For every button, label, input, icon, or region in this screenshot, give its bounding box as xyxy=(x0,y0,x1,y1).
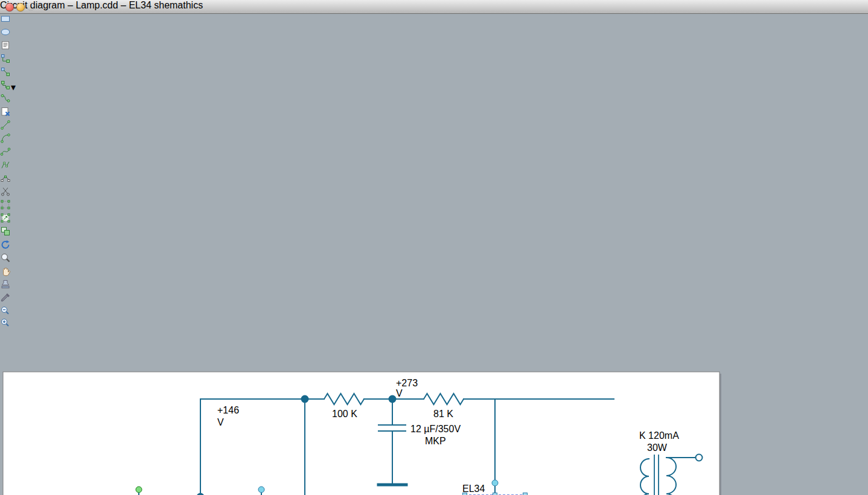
toolbar-group-reshape xyxy=(0,199,868,239)
svg-text:K 120mA: K 120mA xyxy=(639,430,679,441)
tool-rect-tool[interactable] xyxy=(0,13,868,27)
tool-connector-curve[interactable] xyxy=(0,93,868,106)
tool-connector-smart[interactable]: ▾ xyxy=(0,80,868,93)
toolbar-group-view xyxy=(0,239,868,305)
tool-draw-curve[interactable] xyxy=(0,146,868,159)
tool-rotate-view[interactable] xyxy=(0,239,868,252)
tool-split-tool[interactable] xyxy=(0,186,868,199)
tool-reshape-group[interactable] xyxy=(0,226,868,239)
title-bar: Circuit diagram – Lamp.cdd – EL34 shemat… xyxy=(0,0,868,14)
schematic-canvas[interactable]: +273V100 K81 K12 µF/350VMKP+146V12AX7EL3… xyxy=(0,330,730,495)
tool-eyedropper[interactable] xyxy=(0,292,868,305)
main-toolbar: ▾ xyxy=(0,0,868,330)
tool-reshape-select[interactable] xyxy=(0,199,868,212)
window-title: Circuit diagram – Lamp.cdd – EL34 shemat… xyxy=(0,0,868,11)
zoom-window-button[interactable] xyxy=(27,3,34,10)
tool-pan-tool[interactable] xyxy=(0,266,868,279)
tool-ellipse-tool[interactable] xyxy=(0,27,868,40)
zoom-slider[interactable] xyxy=(0,305,868,330)
tool-stamp-tool[interactable] xyxy=(0,279,868,292)
toolbar-group-draw xyxy=(0,120,868,199)
tool-connector-tree[interactable] xyxy=(0,53,868,66)
svg-text:V: V xyxy=(217,417,224,427)
svg-text:+146: +146 xyxy=(217,405,239,415)
tool-edit-nodes[interactable] xyxy=(0,173,868,186)
drawing-page[interactable] xyxy=(3,372,720,495)
svg-text:V: V xyxy=(396,388,403,398)
tool-draw-line[interactable] xyxy=(0,120,868,133)
svg-text:+273: +273 xyxy=(396,378,418,388)
svg-text:MKP: MKP xyxy=(425,436,446,446)
tool-text-block[interactable] xyxy=(0,40,868,53)
tool-delete-connector[interactable] xyxy=(0,106,868,120)
tool-reshape-scale[interactable] xyxy=(0,212,868,226)
close-window-button[interactable] xyxy=(5,3,14,11)
minimize-window-button[interactable] xyxy=(16,3,25,11)
svg-text:81 K: 81 K xyxy=(433,409,453,419)
svg-text:100 K: 100 K xyxy=(332,409,357,419)
zoom-out-icon[interactable] xyxy=(0,305,10,315)
zoom-in-icon[interactable] xyxy=(0,318,10,327)
tool-draw-arc[interactable] xyxy=(0,133,868,146)
toolbar-group-shapes: ▾ xyxy=(0,0,868,120)
svg-text:30W: 30W xyxy=(647,442,668,453)
tool-zoom-tool[interactable] xyxy=(0,252,868,266)
svg-text:12 µF/350V: 12 µF/350V xyxy=(410,424,461,434)
tool-connector-line[interactable] xyxy=(0,66,868,80)
tool-draw-polyline[interactable] xyxy=(0,159,868,173)
svg-text:EL34: EL34 xyxy=(462,484,485,494)
